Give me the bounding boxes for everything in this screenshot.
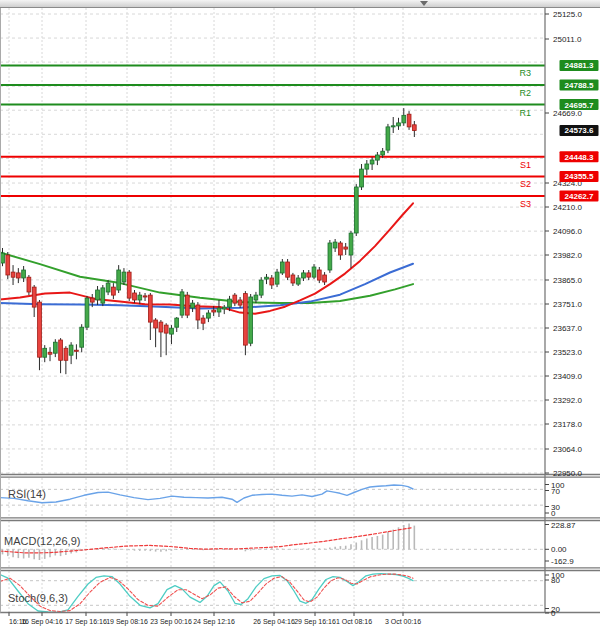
candle-body bbox=[291, 275, 295, 283]
price-axis-label: 23865.0 bbox=[553, 276, 582, 285]
candle-body bbox=[175, 318, 179, 327]
price-axis-label: 23409.0 bbox=[553, 372, 582, 381]
candle-body bbox=[254, 295, 258, 300]
resistance-label-R2: R2 bbox=[519, 88, 531, 98]
indicator-scale-label: 0 bbox=[551, 509, 556, 518]
time-axis-label: 3 Oct 00:16 bbox=[385, 618, 421, 625]
candle-body bbox=[370, 160, 374, 164]
candle-body bbox=[349, 233, 353, 255]
candle-body bbox=[381, 151, 385, 155]
indicator-scale-label: 70 bbox=[551, 487, 560, 496]
price-axis-label: 23637.0 bbox=[553, 324, 582, 333]
indicator-scale-label: 0.00 bbox=[551, 545, 567, 554]
time-axis-label: 16 Sep 04:16 bbox=[21, 618, 63, 626]
candle-body bbox=[312, 267, 316, 277]
candle-body bbox=[201, 318, 205, 323]
candle-body bbox=[296, 278, 300, 284]
price-axis-label: 24096.0 bbox=[553, 227, 582, 236]
candle-body bbox=[191, 303, 195, 308]
support-badge-S2-text: 24355.5 bbox=[565, 172, 594, 181]
resistance-label-R3: R3 bbox=[519, 68, 531, 78]
candle-body bbox=[302, 273, 306, 278]
time-axis-label: 1 Oct 08:16 bbox=[336, 618, 372, 625]
indicator-scale-label: 228.87 bbox=[551, 521, 576, 530]
candle-body bbox=[249, 297, 253, 343]
horizontal-scrollbar[interactable] bbox=[0, 0, 600, 8]
candle-body bbox=[112, 287, 116, 295]
indicator-scale-label: -162.9 bbox=[551, 557, 574, 566]
chart-canvas[interactable]: R3R2R1S1S2S325125.025011.024669.024324.0… bbox=[0, 0, 600, 633]
candle-body bbox=[228, 299, 232, 307]
time-axis-label: 17 Sep 16:16 bbox=[65, 618, 107, 626]
candle-body bbox=[360, 169, 364, 187]
price-axis-label: 25125.0 bbox=[553, 10, 582, 19]
resistance-badge-R2-text: 24788.5 bbox=[565, 81, 594, 90]
candle-body bbox=[117, 270, 121, 290]
candle-body bbox=[127, 272, 131, 298]
candle-body bbox=[133, 293, 137, 300]
candle-body bbox=[397, 123, 401, 126]
candle-body bbox=[170, 328, 174, 334]
candle-body bbox=[407, 114, 411, 127]
price-axis-label: 24210.0 bbox=[553, 203, 582, 212]
candle-body bbox=[106, 283, 110, 292]
candle-body bbox=[22, 270, 26, 278]
trading-chart-window: R3R2R1S1S2S325125.025011.024669.024324.0… bbox=[0, 0, 600, 633]
candle-body bbox=[43, 348, 47, 357]
resistance-badge-R1-text: 24695.7 bbox=[565, 101, 594, 110]
rsi-line bbox=[0, 485, 413, 503]
resistance-badge-R3-text: 24881.3 bbox=[565, 61, 594, 70]
candle-body bbox=[185, 295, 189, 315]
scroll-position-marker-icon[interactable] bbox=[420, 1, 428, 6]
support-badge-S3-text: 24262.7 bbox=[565, 192, 594, 201]
candle-body bbox=[59, 340, 63, 360]
time-axis-label: 19 Sep 08:16 bbox=[106, 618, 148, 626]
candle-body bbox=[339, 243, 343, 255]
price-axis-label: 25011.0 bbox=[553, 35, 582, 44]
candle-body bbox=[280, 262, 284, 273]
candle-body bbox=[238, 300, 242, 305]
support-label-S1: S1 bbox=[520, 160, 531, 170]
candle-body bbox=[333, 242, 337, 248]
candle-body bbox=[159, 322, 163, 332]
candle-body bbox=[222, 307, 226, 309]
candle-body bbox=[391, 126, 395, 127]
time-axis-label: 29 Sep 16:16 bbox=[294, 618, 336, 626]
candle-body bbox=[365, 164, 369, 169]
price-axis-label: 23751.0 bbox=[553, 300, 582, 309]
candle-body bbox=[376, 155, 380, 160]
candle-body bbox=[6, 255, 10, 275]
candle-body bbox=[96, 290, 100, 300]
candle-body bbox=[48, 352, 52, 354]
candle-body bbox=[16, 273, 20, 278]
candle-body bbox=[328, 243, 332, 270]
support-label-S3: S3 bbox=[520, 199, 531, 209]
candle-body bbox=[64, 348, 68, 360]
indicator-scale-label: 0 bbox=[551, 609, 556, 618]
price-axis-label: 23178.0 bbox=[553, 420, 582, 429]
price-axis-label: 23523.0 bbox=[553, 348, 582, 357]
candle-body bbox=[122, 272, 126, 282]
candle-body bbox=[259, 280, 263, 295]
indicator-scale-label: 80 bbox=[551, 576, 560, 585]
price-axis-label: 24669.0 bbox=[553, 109, 582, 118]
candle-body bbox=[233, 295, 237, 303]
candle-body bbox=[69, 345, 73, 355]
support-badge-S1-text: 24448.3 bbox=[565, 153, 594, 162]
candle-body bbox=[27, 277, 31, 292]
rsi-pane-label: RSI(14) bbox=[8, 488, 46, 500]
candle-body bbox=[270, 278, 274, 285]
current-price-badge-text: 24573.6 bbox=[565, 126, 594, 135]
chart-plot-area[interactable]: R3R2R1S1S2S325125.025011.024669.024324.0… bbox=[0, 0, 600, 633]
price-axis-label: 23064.0 bbox=[553, 445, 582, 454]
candle-body bbox=[138, 295, 142, 300]
price-axis-label: 23982.0 bbox=[553, 251, 582, 260]
candle-body bbox=[323, 275, 327, 282]
candle-body bbox=[344, 247, 348, 249]
time-axis-label: 23 Sep 00:16 bbox=[150, 618, 192, 626]
candle-body bbox=[143, 296, 147, 297]
candle-body bbox=[38, 302, 42, 357]
candle-body bbox=[217, 308, 221, 312]
candle-body bbox=[317, 270, 321, 280]
candle-body bbox=[307, 273, 311, 277]
